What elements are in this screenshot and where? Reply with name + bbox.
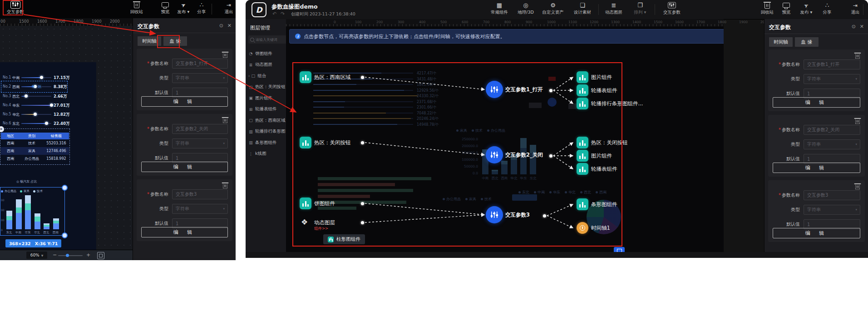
- toolbar-action-exit[interactable]: 退出: [217, 1, 236, 15]
- design-canvas[interactable]: No.1中南17.15万No.2西南8.38万热 区No.3西北2.66万No.…: [0, 26, 133, 250]
- toolbar-layers[interactable]: ≣动态图层: [601, 2, 627, 15]
- toolbar-action-share[interactable]: 分享: [814, 2, 840, 15]
- component-node-label[interactable]: 条形图组件: [591, 201, 617, 208]
- undo-icon[interactable]: ↶: [272, 11, 276, 17]
- zoom-slider[interactable]: [58, 255, 83, 256]
- timeline-node-icon[interactable]: [577, 222, 588, 234]
- component-node-label[interactable]: 热区：关闭按钮: [314, 139, 351, 146]
- layer-item[interactable]: ▥条形图组件: [248, 138, 286, 147]
- component-node-label[interactable]: 图片组件: [591, 74, 612, 81]
- bar-stack[interactable]: [25, 195, 31, 229]
- text-input[interactable]: 交互参数3: [172, 189, 228, 199]
- component-node-label[interactable]: 热区：关闭按钮: [591, 139, 628, 146]
- param-node[interactable]: [486, 81, 503, 98]
- tab-lineage[interactable]: 血 缘: [795, 37, 819, 47]
- text-input[interactable]: 交互参数1_打开: [172, 59, 228, 69]
- edit-button[interactable]: 编 辑: [773, 228, 860, 238]
- ranking-row[interactable]: No.1中南17.15万: [0, 74, 96, 80]
- bar-stack[interactable]: [35, 213, 40, 229]
- component-node-label[interactable]: 动态图层: [314, 219, 335, 226]
- lineage-canvas[interactable]: 4217.47/个3431.48/个1841.06/个12929.56/个243…: [286, 26, 724, 252]
- component-node-icon[interactable]: [577, 163, 588, 175]
- zoom-out-button[interactable]: −: [53, 252, 57, 258]
- layer-item[interactable]: ▥轮播排行条形图...: [248, 127, 286, 136]
- toolbar-action-share[interactable]: 分享: [190, 1, 213, 15]
- layer-item[interactable]: ⊞轮播表组件: [248, 105, 286, 114]
- component-node-icon[interactable]: [300, 198, 311, 209]
- layer-item[interactable]: ⋮k线图: [248, 149, 286, 158]
- tab-lineage[interactable]: 血 缘: [163, 36, 187, 46]
- layer-search-input[interactable]: 请输入关键词: [248, 35, 286, 44]
- type-select[interactable]: 字符串▾: [172, 204, 228, 214]
- component-node-label[interactable]: 轮播排行条形图组件...: [591, 100, 643, 107]
- toolbar-gear[interactable]: ⚙自定义资产: [540, 2, 566, 15]
- bar-stack[interactable]: [6, 211, 12, 229]
- param-node[interactable]: [486, 206, 503, 223]
- type-select[interactable]: 字符串▾: [804, 139, 860, 149]
- table-row[interactable]: 西南技术55203.316: [1, 139, 69, 147]
- component-node-icon[interactable]: [577, 71, 588, 83]
- layer-item[interactable]: ≣动态图层: [248, 60, 286, 69]
- table-row[interactable]: 西南家具12746.496: [1, 147, 69, 155]
- text-input[interactable]: 交互参数2_关闭: [172, 124, 228, 134]
- close-icon[interactable]: ✕: [227, 23, 232, 29]
- text-input[interactable]: 交互参数2_关闭: [804, 125, 860, 135]
- component-node-icon[interactable]: [300, 71, 311, 83]
- toolbar-geo[interactable]: ◎地理/3D: [513, 2, 539, 15]
- toolbar-sliders[interactable]: 交互参数: [659, 2, 685, 15]
- edit-button[interactable]: 编 辑: [141, 162, 228, 172]
- component-node-icon[interactable]: [577, 150, 588, 162]
- toolbar-design[interactable]: ❏设计素材: [569, 2, 596, 15]
- edit-button[interactable]: 编 辑: [773, 163, 860, 173]
- layer-item[interactable]: ▢热区：西南区域: [248, 116, 286, 125]
- ranking-row[interactable]: No.6东北22.40万: [0, 120, 96, 126]
- zoom-slider-handle[interactable]: [66, 254, 69, 257]
- ranking-row[interactable]: No.4华东27.01万: [0, 102, 96, 108]
- component-node-label[interactable]: 时间轴1: [591, 225, 610, 232]
- close-icon[interactable]: ✕: [860, 24, 864, 30]
- layer-item[interactable]: ›□组合: [248, 71, 286, 80]
- text-input[interactable]: 交互参数1_打开: [804, 59, 860, 69]
- zoom-in-button[interactable]: +: [86, 252, 90, 258]
- component-node-icon[interactable]: [300, 137, 311, 148]
- selection-handle[interactable]: [62, 185, 68, 191]
- component-node-icon[interactable]: [577, 84, 588, 96]
- component-node-icon[interactable]: [577, 98, 588, 109]
- layer-item[interactable]: ▢热区：关闭按钮: [248, 83, 286, 92]
- component-node-label[interactable]: 轮播表组件: [591, 87, 617, 94]
- locate-icon[interactable]: ⊙: [219, 23, 223, 29]
- type-select[interactable]: 字符串▾: [804, 74, 860, 84]
- component-node-label[interactable]: 轮播表组件: [591, 166, 617, 173]
- type-select[interactable]: 字符串▾: [172, 73, 228, 83]
- edit-button[interactable]: 编 辑: [141, 227, 228, 237]
- canvas-fit-badge[interactable]: [614, 247, 625, 252]
- toolbar-widgets[interactable]: ▦常规组件: [486, 2, 513, 15]
- type-select[interactable]: 字符串▾: [804, 205, 860, 215]
- component-node-icon[interactable]: [577, 137, 588, 148]
- edit-button[interactable]: 编 辑: [141, 96, 228, 107]
- component-node-label[interactable]: 图片组件: [591, 153, 612, 159]
- type-select[interactable]: 字符串▾: [172, 138, 228, 148]
- tab-timeline[interactable]: 时间轴: [138, 36, 161, 46]
- table-row[interactable]: 西南办公用品15818.992: [1, 155, 69, 163]
- component-node-icon[interactable]: [577, 198, 588, 210]
- tab-timeline[interactable]: 时间轴: [769, 37, 793, 47]
- param-node[interactable]: [486, 146, 503, 163]
- component-node-label[interactable]: 热区：西南区域: [314, 74, 351, 81]
- zoom-level-select[interactable]: 60%▼: [26, 252, 47, 259]
- text-input[interactable]: 交互参数3: [804, 190, 860, 200]
- component-node-label[interactable]: 饼图组件: [314, 200, 335, 207]
- fit-screen-icon[interactable]: [97, 252, 104, 259]
- bar-stack[interactable]: [44, 223, 49, 229]
- bar-stack[interactable]: [16, 199, 22, 229]
- bar-stack[interactable]: [53, 218, 59, 229]
- selection-handle[interactable]: [62, 232, 68, 238]
- edit-button[interactable]: 编 辑: [773, 97, 860, 108]
- locate-icon[interactable]: ⊙: [852, 24, 856, 30]
- layer-item[interactable]: ◔饼图组件: [248, 49, 286, 58]
- toolbar-action-trash[interactable]: 回收站: [125, 1, 148, 15]
- component-link[interactable]: 组件>>: [314, 226, 328, 232]
- toolbar-action-exit[interactable]: 退出: [842, 2, 868, 15]
- layer-item[interactable]: ▣图片组件: [248, 94, 286, 103]
- ranking-row[interactable]: No.3西北2.66万: [0, 93, 96, 99]
